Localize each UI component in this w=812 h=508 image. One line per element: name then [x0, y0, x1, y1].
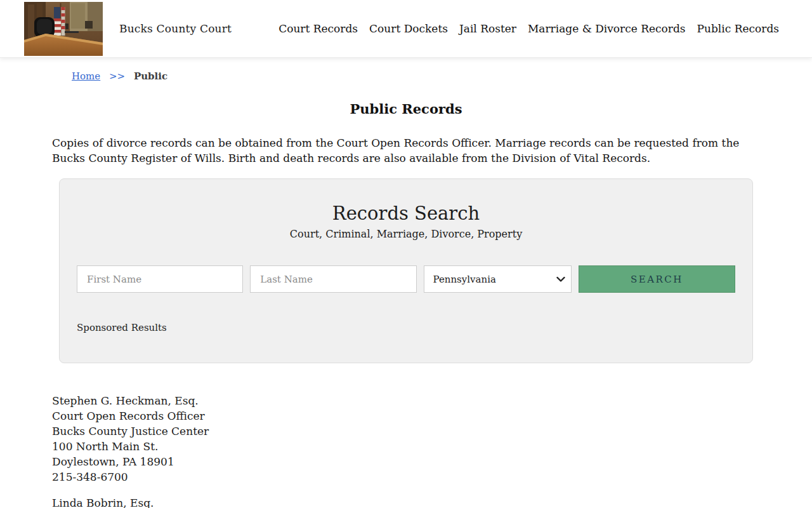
state-select[interactable]: Pennsylvania: [424, 265, 572, 293]
intro-paragraph: Copies of divorce records can be obtaine…: [52, 135, 760, 166]
records-search-subtitle: Court, Criminal, Marriage, Divorce, Prop…: [77, 228, 735, 240]
sponsored-results-label: Sponsored Results: [77, 322, 735, 333]
main-nav: Court Records Court Dockets Jail Roster …: [278, 22, 779, 35]
page-title: Public Records: [52, 101, 760, 117]
breadcrumb-separator: >>: [109, 70, 125, 82]
contact-line: 100 North Main St.: [52, 439, 760, 454]
contact-line: Bucks County Justice Center: [52, 424, 760, 439]
state-select-wrap: Pennsylvania: [424, 265, 572, 293]
courtroom-logo-image[interactable]: [24, 2, 103, 56]
records-search-title: Records Search: [77, 203, 735, 224]
site-title: Bucks County Court: [119, 22, 232, 35]
nav-jail-roster[interactable]: Jail Roster: [459, 22, 516, 35]
first-name-input[interactable]: [77, 265, 243, 293]
contact-line: Doylestown, PA 18901: [52, 454, 760, 469]
search-button[interactable]: SEARCH: [579, 265, 735, 293]
main-content: Home >> Public Public Records Copies of …: [52, 70, 760, 508]
last-name-input[interactable]: [250, 265, 416, 293]
breadcrumb: Home >> Public: [52, 70, 760, 82]
nav-public-records[interactable]: Public Records: [697, 22, 779, 35]
nav-court-dockets[interactable]: Court Dockets: [369, 22, 448, 35]
contact-block-bobrin: Linda Bobrin, Esq.: [52, 495, 760, 508]
contact-line: Court Open Records Officer: [52, 408, 760, 424]
contact-block-heckman: Stephen G. Heckman, Esq. Court Open Reco…: [52, 393, 760, 485]
records-search-panel: Records Search Court, Criminal, Marriage…: [59, 178, 753, 363]
contact-line: Stephen G. Heckman, Esq.: [52, 393, 760, 408]
nav-court-records[interactable]: Court Records: [278, 22, 358, 35]
contact-line: Linda Bobrin, Esq.: [52, 495, 760, 508]
breadcrumb-home-link[interactable]: Home: [72, 70, 100, 82]
search-form-row: Pennsylvania SEARCH: [77, 265, 735, 293]
site-header: Bucks County Court Court Records Court D…: [0, 0, 812, 58]
breadcrumb-current-page: Public: [134, 70, 167, 82]
nav-marriage-divorce-records[interactable]: Marriage & Divorce Records: [528, 22, 686, 35]
courtroom-photo-graphic: [24, 2, 103, 56]
contact-info-section: Stephen G. Heckman, Esq. Court Open Reco…: [52, 393, 760, 508]
contact-line: 215-348-6700: [52, 469, 760, 485]
